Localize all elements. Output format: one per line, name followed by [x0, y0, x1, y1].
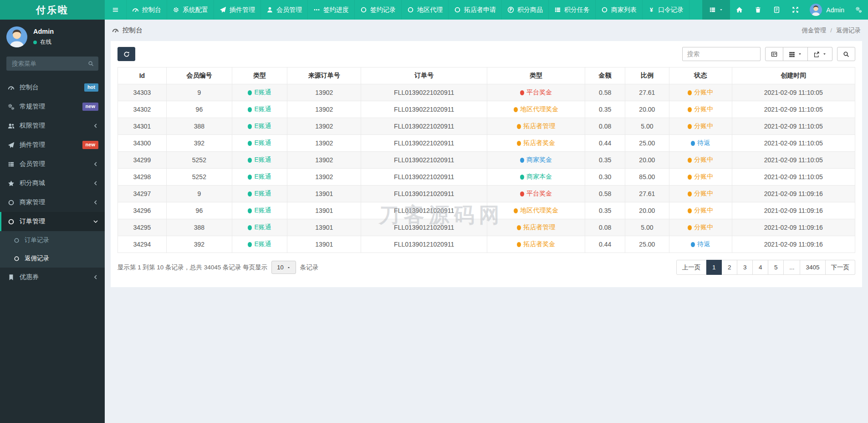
sidebar-item-coupon[interactable]: 优惠券 [0, 268, 105, 287]
status-dot-icon [691, 242, 695, 247]
toolbar-right-group [682, 47, 855, 61]
sidebar-subitem-rebate-records[interactable]: 返佣记录 [0, 249, 105, 268]
cell-id: 34297 [118, 186, 167, 202]
page-button[interactable]: 2 [722, 260, 737, 275]
log-icon [773, 6, 780, 13]
account-type-tag: E账通 [248, 139, 271, 147]
status-dot-icon [688, 175, 692, 180]
breadcrumb-home[interactable]: 控制台 [123, 26, 143, 35]
sidebar-menu-entry: 控制台 hot [0, 78, 105, 97]
sidebar-item-permission[interactable]: 权限管理 [0, 116, 105, 135]
page-button[interactable]: 上一页 [676, 260, 707, 275]
trash-button[interactable] [749, 0, 767, 20]
topnav-item-merchant-list[interactable]: 商家列表 [596, 0, 643, 20]
column-header[interactable]: 金额 [585, 67, 625, 84]
cell-order-no: FLL01390221020911 [361, 101, 487, 118]
status-dot-icon [514, 107, 518, 112]
sidebar-item-points-mall[interactable]: 积分商城 [0, 174, 105, 193]
cell-amount: 0.08 [585, 118, 625, 135]
settings-button[interactable] [849, 0, 868, 20]
column-header[interactable]: 类型 [232, 67, 287, 84]
cell-id: 34294 [118, 236, 167, 253]
cell-order-no: FLL01390121020911 [361, 236, 487, 253]
topnav-item-system-config[interactable]: 系统配置 [167, 0, 214, 20]
toggle-view-button[interactable] [765, 47, 783, 61]
topnav-item-label: 系统配置 [183, 6, 208, 14]
topnav-item-plugin[interactable]: 插件管理 [214, 0, 261, 20]
sidebar-item-general[interactable]: 常规管理 new [0, 97, 105, 116]
page-button[interactable]: 3405 [800, 260, 825, 275]
topnav-item-points-tasks[interactable]: 积分任务 [549, 0, 596, 20]
column-header[interactable]: 状态 [669, 67, 732, 84]
account-type-tag: E账通 [248, 240, 271, 248]
log-button[interactable] [767, 0, 786, 20]
table-row: 34298 5252 E账通 13902 FLL01390221020911 商… [118, 169, 855, 186]
status-dot-icon [248, 90, 252, 95]
search-icon [88, 61, 94, 67]
cell-account-type: E账通 [232, 186, 287, 202]
topnav-item-member[interactable]: 会员管理 [261, 0, 308, 20]
table-search-input[interactable] [682, 47, 761, 61]
page-button[interactable]: ... [784, 260, 800, 275]
cell-order-no: FLL01390221020911 [361, 118, 487, 135]
cell-ratio: 25.00 [625, 135, 669, 152]
column-header[interactable]: 会员编号 [166, 67, 232, 84]
topnav-item-dashboard[interactable]: 控制台 [127, 0, 167, 20]
topnav-item-region-agent[interactable]: 地区代理 [402, 0, 449, 20]
caret-down-icon [719, 8, 723, 12]
page-size-select[interactable]: 10 [271, 261, 296, 274]
sidebar-item-label: 常规管理 [20, 103, 77, 111]
sidebar-user-panel: Admin 在线 [0, 20, 105, 52]
search-button[interactable] [837, 47, 855, 61]
column-header[interactable]: 来源订单号 [287, 67, 361, 84]
page-size-value: 10 [277, 264, 283, 271]
sidebar-item-merchant[interactable]: 商家管理 [0, 193, 105, 212]
user-menu[interactable]: Admin [805, 0, 849, 20]
page-button[interactable]: 下一页 [826, 260, 856, 275]
brand-logo[interactable]: 付乐啦 [0, 0, 105, 20]
page-button[interactable]: 1 [706, 260, 722, 275]
topnav-item-sign-records[interactable]: 签约记录 [355, 0, 402, 20]
cell-member-no: 5252 [166, 152, 232, 169]
cell-amount: 0.35 [585, 101, 625, 118]
reward-type-tag: 平台奖金 [520, 88, 552, 97]
page-button[interactable]: 4 [753, 260, 768, 275]
topnav-item-label: 积分商品 [517, 6, 543, 14]
column-header[interactable]: 比例 [625, 67, 669, 84]
topnav-item-points-goods[interactable]: 积分商品 [502, 0, 549, 20]
nav-list-dropdown-button[interactable] [702, 0, 730, 20]
topnav-item-sign-progress[interactable]: 签约进度 [308, 0, 355, 20]
sidebar-subitem-order-records[interactable]: 订单记录 [0, 231, 105, 249]
sidebar-item-plugin[interactable]: 插件管理 new [0, 135, 105, 155]
user-status-label: 在线 [40, 38, 51, 46]
page-button[interactable]: 3 [737, 260, 753, 275]
sidebar-item-order[interactable]: 订单管理 [0, 212, 105, 231]
cell-amount: 0.44 [585, 236, 625, 253]
topnav-item-label: 签约记录 [370, 6, 396, 14]
column-header[interactable]: Id [118, 67, 167, 84]
user-status: 在线 [33, 38, 54, 46]
column-header[interactable]: 类型 [487, 67, 585, 84]
page-button[interactable]: 5 [768, 260, 784, 275]
column-header[interactable]: 订单号 [361, 67, 487, 84]
sidebar-search-button[interactable] [83, 57, 98, 71]
reward-type-tag: 拓店者管理 [517, 122, 555, 130]
column-header[interactable]: 创建时间 [732, 67, 855, 84]
sidebar-item-dashboard[interactable]: 控制台 hot [0, 78, 105, 97]
refresh-button[interactable] [117, 47, 135, 61]
topnav-item-password-records[interactable]: 口令记录 [643, 0, 689, 20]
sidebar-toggle-button[interactable] [105, 0, 127, 20]
breadcrumb-parent[interactable]: 佣金管理 [802, 26, 826, 35]
status-tag: 分账中 [688, 88, 713, 97]
export-button[interactable] [808, 47, 832, 61]
cell-order-no: FLL01390121020911 [361, 202, 487, 219]
home-button[interactable] [730, 0, 749, 20]
cell-account-type: E账通 [232, 118, 287, 135]
records-table: Id会员编号类型来源订单号订单号类型金额比例状态创建时间 34303 9 E账通… [117, 67, 855, 253]
sidebar-item-member[interactable]: 会员管理 [0, 155, 105, 174]
topnav-item-shop-developer-apply[interactable]: 拓店者申请 [449, 0, 502, 20]
sidebar-search-input[interactable] [6, 57, 83, 71]
columns-icon [789, 51, 795, 57]
columns-button[interactable] [783, 47, 808, 61]
fullscreen-button[interactable] [786, 0, 805, 20]
